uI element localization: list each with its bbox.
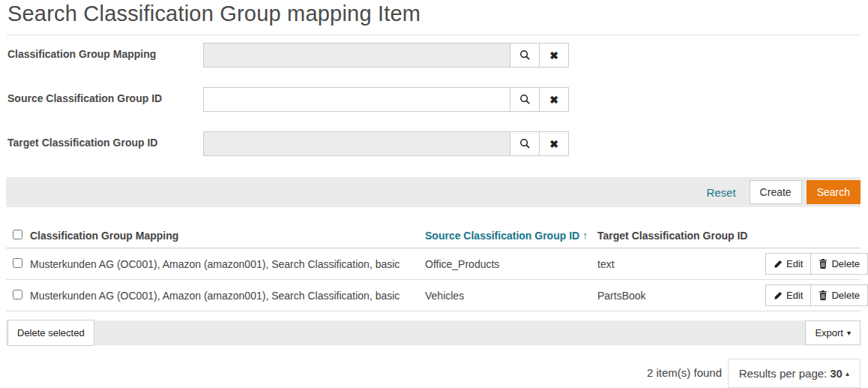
search-icon <box>519 50 531 61</box>
edit-button[interactable]: Edit <box>765 284 811 306</box>
table-row: Musterkunden AG (OC001), Amazon (amazon0… <box>6 248 861 280</box>
trash-icon <box>819 259 828 269</box>
page: Search Classification Group mapping Item… <box>0 0 868 388</box>
lookup-button[interactable] <box>510 43 540 68</box>
lookup-button[interactable] <box>510 131 540 156</box>
reset-link[interactable]: Reset <box>706 186 735 199</box>
page-title: Search Classification Group mapping Item <box>7 2 421 26</box>
table-header: Classification Group Mapping Source Clas… <box>6 224 861 248</box>
clear-icon: ✖ <box>549 95 558 105</box>
column-header-target-classification-group-id[interactable]: Target Classification Group ID <box>597 230 766 242</box>
items-found-text: 2 item(s) found <box>647 366 722 379</box>
column-header-classification-group-mapping[interactable]: Classification Group Mapping <box>30 230 425 242</box>
search-icon <box>519 94 531 105</box>
delete-button[interactable]: Delete <box>810 284 868 306</box>
clear-button[interactable]: ✖ <box>539 43 569 68</box>
field-group: ✖ <box>203 131 569 156</box>
sort-ascending-icon: ↑ <box>582 230 588 242</box>
clear-icon: ✖ <box>549 139 558 149</box>
delete-button[interactable]: Delete <box>810 253 868 275</box>
export-button[interactable]: Export ▾ <box>805 320 861 345</box>
title-divider <box>6 35 861 35</box>
edit-button[interactable]: Edit <box>765 253 811 275</box>
trash-icon <box>819 290 828 300</box>
select-all-checkbox[interactable] <box>13 230 22 239</box>
results-per-page-button[interactable]: Results per page: 30 ▴ <box>728 359 861 388</box>
table-footer-bar: Delete selected Export ▾ <box>6 320 861 345</box>
field-group: ✖ <box>203 43 569 68</box>
field-group: ✖ <box>203 87 569 112</box>
row-checkbox[interactable] <box>13 258 22 268</box>
pencil-icon <box>774 291 783 300</box>
delete-selected-button[interactable]: Delete selected <box>7 320 94 346</box>
source-classification-group-id-input[interactable] <box>203 87 510 112</box>
results-per-page-value: 30 <box>830 367 843 380</box>
cell-source: Vehicles <box>425 290 597 302</box>
search-button[interactable]: Search <box>807 180 861 204</box>
column-header-source-classification-group-id[interactable]: Source Classification Group ID↑ <box>425 230 597 242</box>
field-label: Target Classification Group ID <box>7 135 191 150</box>
cell-mapping: Musterkunden AG (OC001), Amazon (amazon0… <box>30 258 425 270</box>
cell-target: PartsBook <box>597 290 766 302</box>
field-label: Classification Group Mapping <box>7 47 191 62</box>
target-classification-group-id-input <box>203 131 510 156</box>
field-label: Source Classification Group ID <box>7 91 191 106</box>
pencil-icon <box>774 260 783 269</box>
clear-button[interactable]: ✖ <box>539 131 569 156</box>
cell-source: Office_Products <box>425 258 597 270</box>
create-button[interactable]: Create <box>750 180 802 204</box>
caret-down-icon: ▾ <box>847 329 851 337</box>
clear-button[interactable]: ✖ <box>539 87 569 112</box>
clear-icon: ✖ <box>549 50 558 61</box>
caret-up-icon: ▴ <box>846 370 849 377</box>
classification-group-mapping-input <box>203 43 510 68</box>
search-icon <box>519 138 531 149</box>
lookup-button[interactable] <box>510 87 540 112</box>
action-toolbar: Reset Create Search <box>6 177 861 207</box>
row-checkbox[interactable] <box>13 290 22 299</box>
cell-mapping: Musterkunden AG (OC001), Amazon (amazon0… <box>30 290 425 302</box>
table-row: Musterkunden AG (OC001), Amazon (amazon0… <box>6 280 861 311</box>
cell-target: text <box>597 258 766 270</box>
